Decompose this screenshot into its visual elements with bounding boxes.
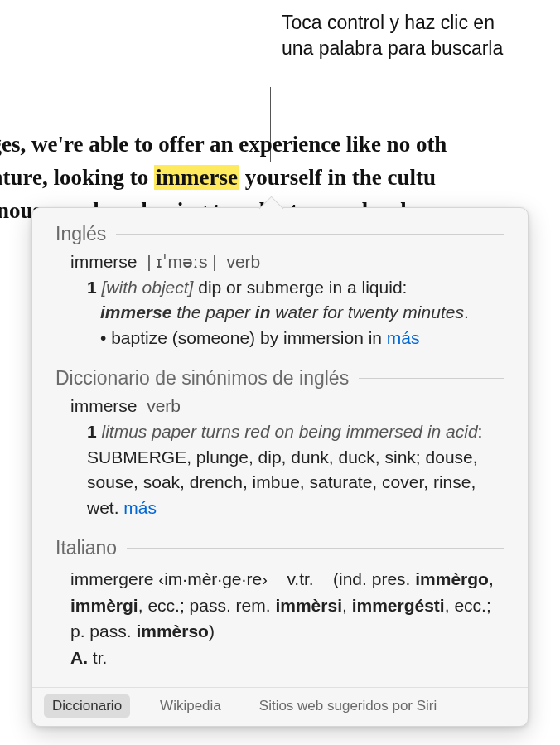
example-bold-2: in (255, 302, 271, 322)
section-rule (127, 548, 504, 549)
english-definition-block: 1 [with object] dip or submerge in a liq… (70, 275, 504, 351)
thesaurus-def-number: 1 (87, 422, 97, 441)
tab-dictionary[interactable]: Diccionario (44, 694, 130, 718)
section-rule (359, 378, 504, 379)
italian-entry: immergere ‹im·mèr·ge·re› v.tr. (ind. pre… (56, 566, 504, 670)
section-rule (116, 234, 504, 235)
def-number: 1 (87, 278, 97, 297)
italian-conj-1a: immèrgo (415, 569, 489, 588)
thesaurus-colon: : (478, 422, 483, 441)
section-header-italian: Italiano (56, 537, 504, 559)
section-title-thesaurus: Diccionario de sinónimos de inglés (56, 367, 349, 389)
lookup-popover: Inglés immerse | ɪˈməːs | verb 1 [with o… (31, 207, 529, 727)
italian-ecc-1: ecc.; pass. rem. (147, 596, 270, 615)
english-example: immerse the paper in water for twenty mi… (87, 300, 504, 325)
english-pos: verb (226, 252, 260, 271)
example-post: water for twenty minutes (270, 302, 463, 322)
thesaurus-pos: verb (147, 396, 181, 415)
english-sub-sense: • baptize (someone) by immersion in más (87, 326, 504, 351)
grammar-note: [with object] (102, 278, 194, 297)
italian-headword: immergere (70, 569, 153, 588)
english-headword: immerse (70, 252, 138, 271)
body-line-2-post: yourself in the cultu (239, 165, 436, 190)
english-pronunciation: | ɪˈməːs | (147, 252, 217, 271)
body-line-1: ckages, we're able to offer an experienc… (0, 132, 447, 157)
italian-sense-letter: A. (70, 648, 88, 667)
english-entry: immerse | ɪˈməːs | verb 1 [with object] … (56, 252, 504, 351)
section-thesaurus: Diccionario de sinónimos de inglés immer… (32, 367, 528, 537)
highlighted-word[interactable]: immerse (154, 165, 239, 190)
thesaurus-entry: immerse verb 1 litmus paper turns red on… (56, 396, 504, 520)
definition-text: dip or submerge in a liquid: (198, 278, 407, 297)
italian-conj-2b: immergésti (352, 596, 445, 615)
italian-syllables: ‹im·mèr·ge·re› (158, 569, 268, 588)
thesaurus-headword-line: immerse verb (70, 396, 504, 416)
italian-sense-pos: tr. (93, 648, 108, 667)
example-period: . (464, 302, 469, 322)
synonym-caps: SUBMERGE (87, 447, 186, 467)
section-italian: Italiano immergere ‹im·mèr·ge·re› v.tr. … (32, 537, 528, 687)
italian-conj-label-1: (ind. pres. (333, 569, 410, 588)
tab-siri-websites[interactable]: Sitios web sugeridos por Siri (251, 694, 445, 718)
thesaurus-def-block: 1 litmus paper turns red on being immers… (70, 419, 504, 520)
italian-conj-3: immèrso (136, 622, 209, 641)
italian-pos: v.tr. (287, 569, 313, 588)
example-mid: the paper (171, 302, 254, 322)
body-line-2-pre: dventure, looking to (0, 165, 154, 190)
section-header-english: Inglés (56, 223, 504, 245)
more-link-english[interactable]: más (387, 328, 420, 347)
section-title-italian: Italiano (56, 537, 117, 559)
popover-tabbar: Diccionario Wikipedia Sitios web sugerid… (32, 687, 528, 726)
example-bold-1: immerse (100, 302, 171, 322)
callout-text: Toca control y haz clic en una palabra p… (282, 10, 514, 61)
english-headword-line: immerse | ɪˈməːs | verb (70, 252, 504, 272)
thesaurus-example: litmus paper turns red on being immersed… (102, 422, 478, 441)
section-header-thesaurus: Diccionario de sinónimos de inglés (56, 367, 504, 389)
section-english: Inglés immerse | ɪˈməːs | verb 1 [with o… (32, 223, 528, 367)
more-link-thesaurus[interactable]: más (123, 498, 157, 517)
tab-wikipedia[interactable]: Wikipedia (152, 694, 229, 718)
thesaurus-headword: immerse (70, 396, 138, 415)
section-title-english: Inglés (56, 223, 106, 245)
italian-conj-2a: immèrsi (275, 596, 342, 615)
sub-sense-text: • baptize (someone) by immersion in (100, 328, 387, 347)
italian-close-paren: ) (209, 622, 215, 641)
italian-conj-1b: immèrgi (70, 596, 138, 615)
